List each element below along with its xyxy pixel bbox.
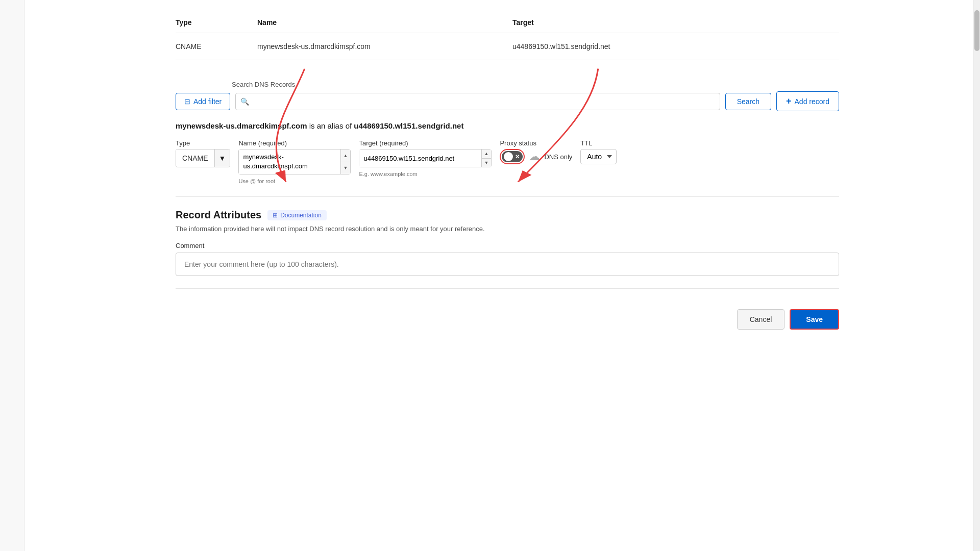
search-input[interactable] [235, 93, 720, 110]
record-attr-title: Record Attributes [176, 209, 261, 221]
alias-target: u44869150.wl151.sendgrid.net [354, 121, 463, 130]
alias-middle: is an alias of [307, 121, 354, 130]
col-type-header: Type [176, 18, 257, 27]
table-header: Type Name Target [176, 10, 839, 33]
name-hint: Use @ for root [238, 178, 351, 184]
divider-2 [176, 288, 839, 289]
proxy-toggle[interactable]: ✕ [502, 151, 523, 162]
toggle-knob [504, 152, 513, 161]
ttl-label: TTL [580, 139, 617, 147]
add-record-button[interactable]: + Add record [776, 91, 839, 111]
col-target-header: Target [512, 18, 534, 27]
add-filter-button[interactable]: ⊟ Add filter [176, 93, 230, 110]
record-attr-header: Record Attributes ⊞ Documentation [176, 209, 839, 221]
dns-only-label: DNS only [544, 153, 572, 161]
cloud-icon: ☁ [529, 150, 540, 163]
target-input-wrapper: ▲ ▼ [359, 149, 492, 167]
record-attr-description: The information provided here will not i… [176, 225, 839, 233]
row-name-value: mynewsdesk-us.dmarcdkimspf.com [257, 42, 512, 51]
footer-buttons: Cancel Save [176, 309, 839, 350]
name-spinner: ▲ ▼ [340, 149, 351, 174]
toggle-x-icon: ✕ [515, 154, 520, 160]
target-form-group: Target (required) ▲ ▼ E.g. www.example.c… [359, 139, 492, 177]
target-spinner: ▲ ▼ [481, 149, 492, 167]
proxy-toggle-row: ✕ ☁ DNS only [500, 149, 572, 164]
target-label: Target (required) [359, 139, 492, 147]
doc-icon: ⊞ [273, 212, 278, 219]
name-input-wrapper: mynewsdesk- us.dmarcdkimspf.com ▲ ▼ [238, 149, 351, 174]
filter-icon: ⊟ [184, 97, 190, 106]
plus-icon: + [786, 96, 792, 107]
search-dns-label: Search DNS Records [232, 81, 839, 88]
left-panel [0, 0, 24, 350]
target-spinner-up[interactable]: ▲ [482, 149, 492, 159]
record-attributes-section: Record Attributes ⊞ Documentation The in… [176, 209, 839, 276]
comment-section: Comment [176, 242, 839, 276]
table-row: CNAME mynewsdesk-us.dmarcdkimspf.com u44… [176, 33, 839, 60]
search-input-wrapper: 🔍 [235, 93, 720, 110]
add-filter-label: Add filter [193, 97, 222, 106]
search-area: Search DNS Records ⊟ Add filter 🔍 Search… [176, 81, 839, 111]
proxy-form-group: Proxy status ✕ ☁ DNS only [500, 139, 572, 164]
cancel-button[interactable]: Cancel [737, 309, 785, 330]
target-spinner-down[interactable]: ▼ [482, 159, 492, 167]
type-form-group: Type CNAME ▼ [176, 139, 230, 167]
doc-label: Documentation [280, 212, 322, 219]
search-row: ⊟ Add filter 🔍 Search + Add record [176, 91, 839, 111]
ttl-select[interactable]: Auto [580, 149, 617, 164]
save-button[interactable]: Save [790, 309, 839, 330]
name-form-group: Name (required) mynewsdesk- us.dmarcdkim… [238, 139, 351, 184]
add-record-label: Add record [795, 97, 829, 106]
row-type-value: CNAME [176, 42, 257, 51]
type-dropdown-arrow[interactable]: ▼ [214, 149, 230, 167]
target-input[interactable] [359, 149, 481, 167]
alias-text: mynewsdesk-us.dmarcdkimspf.com is an ali… [176, 121, 839, 130]
col-name-header: Name [257, 18, 512, 27]
form-row: Type CNAME ▼ Name (required) mynewsdesk-… [176, 139, 839, 184]
divider-1 [176, 196, 839, 197]
proxy-toggle-wrapper[interactable]: ✕ [500, 149, 525, 164]
ttl-form-group: TTL Auto [580, 139, 617, 164]
name-label: Name (required) [238, 139, 351, 147]
comment-input[interactable] [176, 253, 839, 276]
name-spinner-down[interactable]: ▼ [341, 162, 351, 174]
proxy-label: Proxy status [500, 139, 572, 147]
name-input[interactable]: mynewsdesk- us.dmarcdkimspf.com [239, 149, 340, 174]
name-spinner-up[interactable]: ▲ [341, 149, 351, 162]
type-select-value: CNAME [176, 149, 214, 167]
search-icon: 🔍 [240, 97, 249, 106]
alias-source: mynewsdesk-us.dmarcdkimspf.com [176, 121, 307, 130]
type-select-wrapper[interactable]: CNAME ▼ [176, 149, 230, 167]
comment-label: Comment [176, 242, 839, 249]
target-hint: E.g. www.example.com [359, 171, 492, 177]
doc-badge[interactable]: ⊞ Documentation [267, 210, 327, 220]
row-target-value: u44869150.wl151.sendgrid.net [512, 42, 610, 51]
type-label: Type [176, 139, 230, 147]
search-button[interactable]: Search [725, 93, 771, 110]
